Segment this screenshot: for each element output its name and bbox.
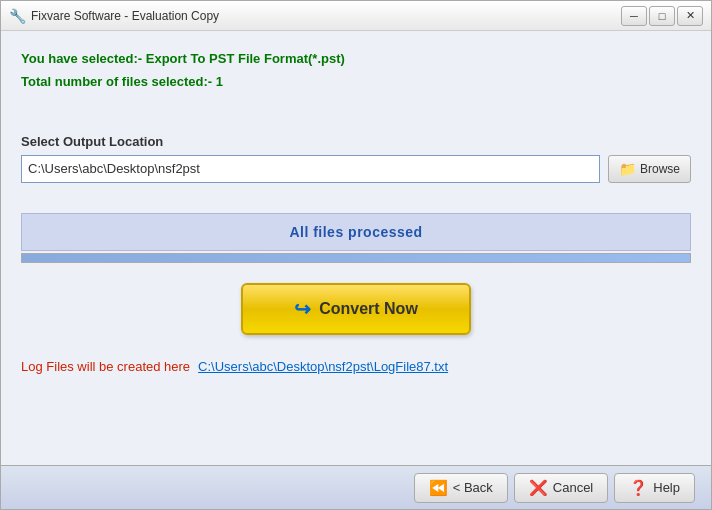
output-path-input[interactable] xyxy=(21,155,600,183)
log-link[interactable]: C:\Users\abc\Desktop\nsf2pst\LogFile87.t… xyxy=(198,359,448,374)
cancel-icon: ❌ xyxy=(529,479,548,497)
status-bar: All files processed xyxy=(21,213,691,251)
info-section: You have selected:- Export To PST File F… xyxy=(21,47,691,94)
help-icon: ❓ xyxy=(629,479,648,497)
progress-bar-container xyxy=(21,253,691,263)
back-button[interactable]: ⏪ < Back xyxy=(414,473,508,503)
log-label: Log Files will be created here xyxy=(21,359,190,374)
browse-icon: 📁 xyxy=(619,161,636,177)
cancel-button[interactable]: ❌ Cancel xyxy=(514,473,608,503)
close-button[interactable]: ✕ xyxy=(677,6,703,26)
bottom-bar: ⏪ < Back ❌ Cancel ❓ Help xyxy=(1,465,711,509)
cancel-label: Cancel xyxy=(553,480,593,495)
convert-icon: ↪ xyxy=(294,297,311,321)
browse-label: Browse xyxy=(640,162,680,176)
log-section: Log Files will be created here C:\Users\… xyxy=(21,359,691,374)
convert-label: Convert Now xyxy=(319,300,418,318)
status-message: All files processed xyxy=(289,224,422,240)
back-label: < Back xyxy=(453,480,493,495)
status-area: All files processed xyxy=(21,213,691,263)
help-label: Help xyxy=(653,480,680,495)
back-icon: ⏪ xyxy=(429,479,448,497)
main-window: 🔧 Fixvare Software - Evaluation Copy ─ □… xyxy=(0,0,712,510)
help-button[interactable]: ❓ Help xyxy=(614,473,695,503)
title-bar: 🔧 Fixvare Software - Evaluation Copy ─ □… xyxy=(1,1,711,31)
selected-format-text: You have selected:- Export To PST File F… xyxy=(21,47,691,70)
progress-bar-fill xyxy=(22,254,690,262)
convert-section: ↪ Convert Now xyxy=(21,283,691,335)
output-label: Select Output Location xyxy=(21,134,691,149)
app-icon: 🔧 xyxy=(9,8,25,24)
window-title: Fixvare Software - Evaluation Copy xyxy=(31,9,621,23)
convert-button[interactable]: ↪ Convert Now xyxy=(241,283,471,335)
files-selected-text: Total number of files selected:- 1 xyxy=(21,70,691,93)
minimize-button[interactable]: ─ xyxy=(621,6,647,26)
output-section: Select Output Location 📁 Browse xyxy=(21,134,691,183)
main-content: You have selected:- Export To PST File F… xyxy=(1,31,711,465)
maximize-button[interactable]: □ xyxy=(649,6,675,26)
browse-button[interactable]: 📁 Browse xyxy=(608,155,691,183)
window-controls: ─ □ ✕ xyxy=(621,6,703,26)
output-row: 📁 Browse xyxy=(21,155,691,183)
